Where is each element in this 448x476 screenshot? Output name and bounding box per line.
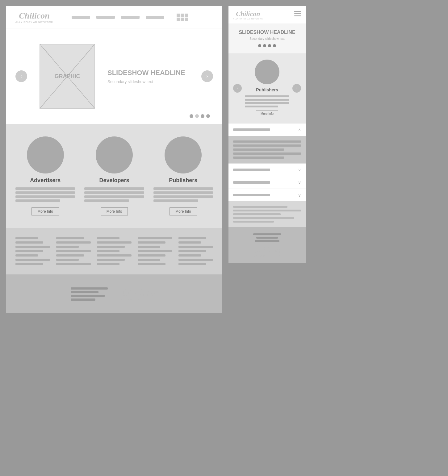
mobile-feature-circle [255,60,279,84]
accordion-item-2: ∨ [228,163,306,176]
mobile-carousel-prev-button[interactable]: ‹ [233,84,242,93]
hamburger-menu-icon[interactable] [294,10,301,16]
accordion-header-2[interactable]: ∨ [228,164,306,176]
slideshow-graphic: GRAPHIC [40,44,95,109]
nav-item-2[interactable] [96,16,115,19]
mobile-logo: Chilicon ALLY SPICY AD NETWORK [233,10,263,20]
footer-link-line [178,237,206,239]
features-section: Advertisers More Info Developers More In… [6,124,222,228]
footer-link-line [97,263,119,265]
footer-link-line [138,241,165,244]
accordion-header-label-1 [233,128,270,131]
footer-text-line [71,295,105,297]
mobile-footer-links [228,201,306,227]
mobile-slideshow-dots [233,44,301,47]
mobile-feature-line [245,106,278,107]
feature-circle-developers [96,136,133,173]
mobile-slideshow: SLIDESHOW HEADLINE Secondary slideshow t… [228,23,306,53]
slideshow-next-button[interactable]: › [201,70,213,82]
accordion-header-1[interactable]: ∧ [228,123,306,136]
nav-item-1[interactable] [72,16,90,19]
footer-links-section [6,228,222,274]
nav-item-3[interactable] [121,16,140,19]
mobile-feature-more-info-button[interactable]: More Info [256,111,278,117]
footer-col-1 [15,237,50,265]
mobile-feature-line [245,99,289,101]
accordion-header-4[interactable]: ∨ [228,189,306,201]
footer-link-line [178,250,206,252]
footer-link-line [178,263,206,265]
accordion-body-line [233,140,301,143]
slideshow-headline: SLIDESHOW HEADLINE [107,69,189,77]
footer-link-line [178,254,201,257]
feature-card-publishers: Publishers More Info [153,136,213,215]
dot-4[interactable] [206,114,210,118]
accordion-chevron-down-icon: ∨ [298,193,301,198]
mobile-dot-4[interactable] [273,44,276,47]
slideshow-graphic-label: GRAPHIC [54,73,80,80]
accordion-header-label-2 [233,169,270,171]
feature-line [15,199,60,202]
footer-link-line [15,246,50,248]
feature-line [84,199,129,202]
desktop-mockup: Chilicon ALLY SPICY AD NETWORK ‹ GRAPHIC… [6,6,222,313]
feature-card-developers: Developers More Info [84,136,144,215]
feature-line [84,191,144,194]
footer-link-line [15,254,38,257]
footer-link-line [97,246,125,248]
accordion-body-line [233,152,301,155]
feature-line [153,191,213,194]
accordion-body-line [233,148,284,151]
dot-2[interactable] [195,114,199,118]
footer-link-line [56,237,84,239]
desktop-nav [72,14,188,21]
mobile-carousel-next-button[interactable]: › [292,84,301,93]
desktop-footer-bottom: Chilicon ALLY SPICY AD NETWORK [6,274,222,313]
feature-more-info-developers[interactable]: More Info [101,207,128,215]
slideshow-secondary: Secondary slideshow text [107,79,189,84]
nav-item-4[interactable] [146,16,164,19]
footer-link-line [178,259,213,261]
footer-link-line [138,259,160,261]
feature-line [15,195,75,198]
nav-grid-icon[interactable] [177,14,188,21]
feature-line [153,187,213,190]
mobile-footer-bottom: Chilicon ALLY SPICY AD NETWORK [228,227,306,263]
mobile-footer-logo-tagline: ALLY SPICY AD NETWORK [252,255,282,257]
footer-text-block [71,287,108,301]
mobile-logo-text: Chilicon [236,10,260,18]
footer-col-2 [56,237,91,265]
mobile-footer-text-block [253,233,281,242]
feature-lines-publishers [153,187,213,202]
mobile-dot-1[interactable] [258,44,261,47]
feature-circle-publishers [165,136,202,173]
footer-link-line [178,246,213,248]
accordion-header-label-3 [233,181,270,184]
mobile-feature-title: Publishers [256,87,278,92]
dot-1[interactable] [190,114,193,118]
mobile-dot-3[interactable] [268,44,271,47]
feature-line [15,187,75,190]
mobile-feature-carousel: ‹ Publishers More Info › [228,53,306,123]
accordion-body-line [233,144,301,147]
footer-link-line [15,237,38,239]
mobile-footer-line [233,213,281,215]
feature-more-info-advertisers[interactable]: More Info [31,207,59,215]
accordion-body-1 [228,136,306,163]
accordion-header-label-4 [233,194,270,196]
footer-link-line [97,259,125,261]
footer-link-line [56,263,91,265]
feature-more-info-publishers[interactable]: More Info [170,207,197,215]
feature-line [84,187,144,190]
dot-3[interactable] [201,114,204,118]
mobile-dot-2[interactable] [263,44,266,47]
feature-title-publishers: Publishers [169,177,197,184]
footer-text-line [71,291,98,293]
slideshow-prev-button[interactable]: ‹ [15,70,27,82]
footer-link-line [15,263,43,265]
feature-card-advertisers: Advertisers More Info [15,136,75,215]
accordion-header-3[interactable]: ∨ [228,176,306,189]
hamburger-line-2 [294,13,301,14]
mobile-accordion: ∧ ∨ ∨ [228,123,306,201]
footer-link-line [138,250,172,252]
